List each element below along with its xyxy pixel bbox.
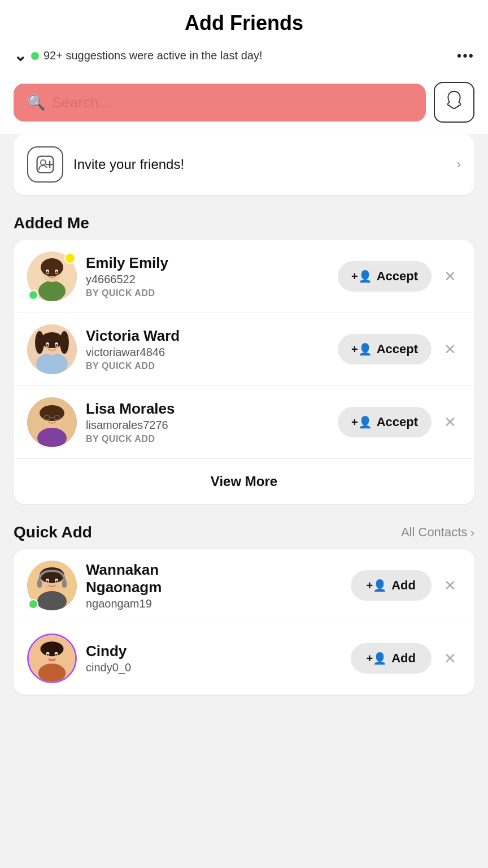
person-info: WannakanNgaonagm ngaongam19 (86, 561, 342, 610)
action-area: +👤 Accept ✕ (338, 407, 461, 437)
svg-point-48 (47, 654, 49, 656)
svg-rect-37 (62, 580, 67, 588)
avatar[interactable] (27, 251, 77, 301)
svg-point-22 (55, 344, 58, 346)
svg-point-30 (47, 418, 49, 419)
added-me-list: Emily Emily y4666522 BY QUICK ADD +👤 Acc… (14, 240, 474, 504)
added-me-section-label: Added Me (0, 209, 488, 240)
accept-label: Accept (377, 415, 418, 429)
invite-friends-row[interactable]: Invite your friends! › (14, 134, 474, 195)
add-person-icon: +👤 (351, 342, 372, 356)
add-button[interactable]: +👤 Add (351, 570, 432, 601)
person-source: BY QUICK ADD (86, 434, 329, 444)
action-area: +👤 Add ✕ (351, 643, 461, 674)
avatar[interactable] (27, 397, 77, 447)
view-more-row[interactable]: View More (14, 459, 474, 504)
view-more-label: View More (211, 474, 277, 489)
header-left: ⌄ 92+ suggestions were active in the las… (14, 46, 262, 65)
svg-point-11 (46, 271, 49, 274)
action-area: +👤 Accept ✕ (338, 261, 461, 292)
header: Add Friends ⌄ 92+ suggestions were activ… (0, 0, 488, 74)
person-name: Cindy (86, 643, 342, 660)
dismiss-button[interactable]: ✕ (439, 575, 461, 597)
snapcode-button[interactable] (434, 82, 474, 123)
search-placeholder: Search... (52, 94, 111, 111)
dismiss-button[interactable]: ✕ (439, 338, 461, 361)
svg-point-31 (56, 418, 58, 419)
person-name: Emily Emily (86, 254, 329, 272)
svg-point-49 (55, 654, 58, 656)
dismiss-button[interactable]: ✕ (439, 648, 461, 670)
all-contacts-label: All Contacts (401, 525, 467, 540)
person-username: y4666522 (86, 273, 329, 286)
invite-label: Invite your friends! (73, 157, 447, 172)
invite-chevron-icon: › (457, 157, 461, 172)
svg-point-6 (38, 281, 66, 301)
person-name: Victoria Ward (86, 327, 329, 345)
accept-button[interactable]: +👤 Accept (338, 334, 432, 364)
dismiss-button[interactable]: ✕ (439, 411, 461, 433)
svg-point-21 (46, 344, 49, 346)
green-status-dot (28, 599, 38, 609)
table-row: Emily Emily y4666522 BY QUICK ADD +👤 Acc… (14, 240, 474, 313)
svg-point-40 (46, 580, 49, 583)
table-row: Cindy cindy0_0 +👤 Add ✕ (14, 622, 474, 695)
person-info: Lisa Morales lisamorales7276 BY QUICK AD… (86, 400, 329, 444)
table-row: WannakanNgaonagm ngaongam19 +👤 Add ✕ (14, 549, 474, 622)
person-name: Lisa Morales (86, 400, 329, 418)
person-info: Cindy cindy0_0 (86, 643, 342, 674)
avatar-image (27, 397, 77, 447)
table-row: Victoria Ward victoriawar4846 BY QUICK A… (14, 313, 474, 386)
svg-point-8 (41, 258, 63, 276)
avatar[interactable] (27, 561, 77, 610)
svg-point-2 (41, 160, 46, 165)
add-person-icon: +👤 (351, 270, 372, 283)
person-username: lisamorales7276 (86, 419, 329, 432)
more-options-icon[interactable]: ••• (457, 48, 474, 64)
avatar-ring (27, 633, 77, 683)
quick-add-list: WannakanNgaonagm ngaongam19 +👤 Add ✕ (14, 549, 474, 695)
quick-add-header: Quick Add All Contacts › (0, 515, 488, 549)
chevron-down-icon[interactable]: ⌄ (14, 46, 27, 65)
add-label: Add (391, 578, 416, 593)
dismiss-button[interactable]: ✕ (439, 266, 461, 288)
person-info: Victoria Ward victoriawar4846 BY QUICK A… (86, 327, 329, 371)
table-row: Lisa Morales lisamorales7276 BY QUICK AD… (14, 386, 474, 459)
person-username: cindy0_0 (86, 661, 342, 674)
accept-label: Accept (377, 269, 418, 284)
add-person-icon: +👤 (367, 579, 387, 592)
search-area: 🔍 Search... (0, 74, 488, 134)
page-title: Add Friends (14, 11, 474, 41)
svg-rect-36 (37, 580, 42, 588)
add-person-icon: +👤 (351, 415, 372, 429)
avatar[interactable] (27, 324, 77, 374)
all-contacts-area[interactable]: All Contacts › (401, 525, 474, 540)
accept-button[interactable]: +👤 Accept (338, 407, 432, 437)
accept-button[interactable]: +👤 Accept (338, 261, 432, 292)
svg-point-45 (41, 641, 64, 656)
snapchat-icon (443, 89, 465, 115)
person-username: ngaongam19 (86, 597, 342, 610)
invite-icon (27, 146, 63, 183)
active-indicator-dot (31, 52, 39, 60)
header-subrow: ⌄ 92+ suggestions were active in the las… (14, 41, 474, 74)
svg-point-41 (55, 580, 58, 583)
person-username: victoriawar4846 (86, 346, 329, 359)
search-icon: 🔍 (27, 94, 45, 111)
avatar-image (27, 324, 77, 374)
add-label: Add (391, 651, 416, 666)
person-info: Emily Emily y4666522 BY QUICK ADD (86, 254, 329, 298)
accept-label: Accept (377, 342, 418, 357)
suggestion-text: 92+ suggestions were active in the last … (43, 49, 262, 62)
avatar[interactable] (27, 633, 77, 683)
person-source: BY QUICK ADD (86, 361, 329, 371)
add-button[interactable]: +👤 Add (351, 643, 432, 674)
action-area: +👤 Accept ✕ (338, 334, 461, 364)
quick-add-section-label: Quick Add (14, 523, 92, 541)
search-bar[interactable]: 🔍 Search... (14, 84, 426, 121)
action-area: +👤 Add ✕ (351, 570, 461, 601)
person-name: WannakanNgaonagm (86, 561, 342, 596)
svg-point-26 (40, 405, 64, 421)
svg-rect-0 (450, 105, 459, 106)
green-status-dot (28, 290, 38, 300)
